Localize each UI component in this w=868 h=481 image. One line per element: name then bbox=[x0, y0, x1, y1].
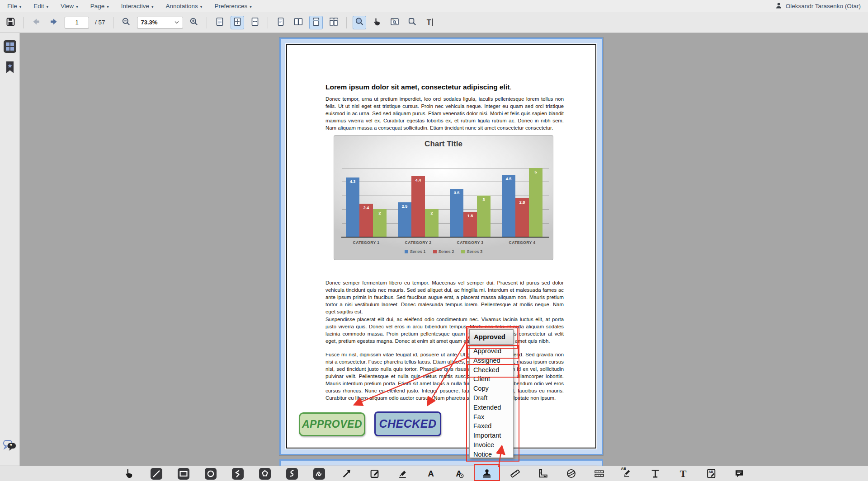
note-edit-icon bbox=[369, 468, 381, 479]
stamp-option-client[interactable]: Client bbox=[470, 374, 513, 384]
tool-freehand[interactable] bbox=[313, 468, 325, 480]
legend-item: Series 2 bbox=[433, 249, 454, 254]
chart-bar: 2 bbox=[373, 209, 387, 237]
menu-interactive[interactable]: Interactive▾ bbox=[121, 3, 154, 9]
pan-zoom-window-button[interactable] bbox=[388, 16, 401, 29]
stamp-option-extended[interactable]: Extended bbox=[470, 403, 513, 412]
save-button[interactable] bbox=[4, 16, 17, 29]
tool-curve[interactable] bbox=[286, 468, 298, 480]
hand-button[interactable] bbox=[370, 16, 384, 29]
tool-ellipse[interactable] bbox=[205, 468, 217, 480]
chart-title: Chart Title bbox=[334, 140, 553, 149]
menu-preferences[interactable]: Preferences▾ bbox=[214, 3, 251, 9]
top-toolbar: / 5773.3%T bbox=[0, 12, 868, 33]
pdf-page-1[interactable]: Lorem ipsum dolor sit amet, consectetur … bbox=[286, 44, 596, 448]
back-arrow-button[interactable] bbox=[29, 16, 43, 29]
stamp-option-checked[interactable]: Checked bbox=[470, 365, 513, 375]
menu-edit[interactable]: Edit▾ bbox=[33, 3, 48, 9]
tool-polyline[interactable] bbox=[232, 468, 244, 480]
menu-annotations[interactable]: Annotations▾ bbox=[166, 3, 203, 9]
page-number-input[interactable] bbox=[65, 17, 89, 28]
stamp-option-notice[interactable]: Notice bbox=[470, 450, 513, 458]
tool-line[interactable] bbox=[151, 468, 162, 480]
comments-panel-button[interactable]: ” bbox=[3, 439, 17, 454]
tool-text[interactable]: A bbox=[425, 467, 437, 480]
caret-down-icon: ▾ bbox=[200, 5, 203, 9]
zoom-in-button[interactable] bbox=[187, 16, 201, 29]
text-clock-icon: A bbox=[456, 469, 462, 479]
user-account[interactable]: Oleksandr Tarasenko (Otar) bbox=[775, 2, 861, 11]
facing-pages-button[interactable] bbox=[292, 16, 305, 29]
menu-file[interactable]: File▾ bbox=[7, 3, 21, 9]
chart-category-label: CATEGORY 4 bbox=[497, 240, 547, 245]
stamp-style-dropdown[interactable]: Approved bbox=[469, 329, 514, 345]
stamp-option-faxed[interactable]: Faxed bbox=[470, 421, 513, 431]
freehand-icon bbox=[314, 468, 325, 479]
fit-width-button[interactable] bbox=[248, 16, 262, 29]
stamp-option-invoice[interactable]: Invoice bbox=[470, 440, 513, 450]
checked-stamp-annotation[interactable]: CHECKED bbox=[374, 411, 441, 436]
tool-double-ruler[interactable] bbox=[593, 467, 605, 480]
zoom-out-button[interactable] bbox=[119, 16, 133, 29]
caret-down-icon: ▾ bbox=[107, 5, 109, 9]
thumbnails-panel-button[interactable] bbox=[3, 39, 17, 54]
page-count-label: / 57 bbox=[95, 19, 105, 26]
save-icon bbox=[5, 17, 15, 28]
text-edit-button[interactable]: T bbox=[423, 16, 437, 29]
forward-arrow-icon bbox=[49, 17, 59, 28]
stamp-option-draft[interactable]: Draft bbox=[470, 393, 513, 403]
document-canvas[interactable]: Lorem ipsum dolor sit amet, consectetur … bbox=[20, 33, 868, 466]
tool-spell-pen[interactable]: AB bbox=[621, 467, 633, 480]
tool-text-clock[interactable]: A bbox=[453, 467, 465, 480]
forward-arrow-button[interactable] bbox=[47, 16, 61, 29]
tool-note-edit[interactable] bbox=[368, 467, 381, 480]
fit-page-button[interactable] bbox=[231, 16, 244, 29]
svg-text:AB: AB bbox=[708, 470, 713, 473]
single-page-button[interactable] bbox=[274, 16, 288, 29]
page-frame: Lorem ipsum dolor sit amet, consectetur … bbox=[279, 37, 603, 455]
stamp-option-copy[interactable]: Copy bbox=[470, 384, 513, 393]
protractor-icon bbox=[566, 468, 577, 479]
legend-swatch bbox=[461, 250, 465, 253]
tool-stamp[interactable] bbox=[475, 466, 499, 481]
caret-down-icon: ▾ bbox=[250, 5, 252, 9]
stamp-option-assigned[interactable]: Assigned bbox=[470, 356, 513, 365]
stamp-option-important[interactable]: Important bbox=[470, 431, 513, 440]
tool-rectangle[interactable] bbox=[178, 468, 189, 480]
stamp-option-approved[interactable]: Approved bbox=[470, 346, 513, 356]
continuous-button[interactable] bbox=[309, 16, 323, 29]
tool-corner-ruler[interactable] bbox=[537, 467, 549, 480]
tool-arrow[interactable] bbox=[340, 467, 353, 480]
tool-comment[interactable] bbox=[733, 467, 745, 480]
tool-ruler[interactable] bbox=[509, 467, 521, 480]
tool-highlighter[interactable] bbox=[396, 467, 409, 480]
approved-stamp-annotation[interactable]: APPROVED bbox=[299, 412, 365, 436]
document-heading: Lorem ipsum dolor sit amet, consectetur … bbox=[326, 83, 564, 91]
menu-page[interactable]: Page▾ bbox=[90, 3, 109, 9]
comments-icon: ” bbox=[3, 439, 17, 453]
tool-protractor[interactable] bbox=[565, 467, 577, 480]
chart-bar: 3 bbox=[477, 196, 491, 237]
tool-text-serif[interactable]: T bbox=[677, 467, 689, 480]
stamp-option-fax[interactable]: Fax bbox=[470, 412, 513, 422]
tool-pointer-hand[interactable] bbox=[123, 467, 135, 480]
fit-page-icon bbox=[232, 17, 242, 28]
tool-text-anchor[interactable] bbox=[649, 467, 661, 480]
chart-bar: 2 bbox=[425, 209, 439, 237]
tool-form-edit[interactable]: AB bbox=[705, 467, 717, 480]
arrow-icon bbox=[341, 468, 353, 479]
bar-value-label: 2.5 bbox=[398, 204, 411, 209]
double-ruler-icon bbox=[594, 468, 605, 479]
bookmarks-panel-button[interactable] bbox=[3, 61, 17, 76]
zoom-level-select[interactable]: 73.3% bbox=[137, 17, 183, 28]
menu-view[interactable]: View▾ bbox=[61, 3, 78, 9]
actual-size-button[interactable] bbox=[213, 16, 226, 29]
continuous-facing-button[interactable] bbox=[327, 16, 340, 29]
bar-value-label: 5 bbox=[529, 170, 542, 174]
chart-bar: 5 bbox=[529, 168, 542, 237]
marquee-zoom-button[interactable] bbox=[406, 16, 419, 29]
tool-polygon[interactable] bbox=[259, 468, 271, 480]
stamp-icon bbox=[481, 468, 493, 480]
loupe-button[interactable] bbox=[353, 16, 366, 29]
chart-plot-area: 4.32.53.54.52.44.41.82.82235 bbox=[342, 168, 549, 237]
